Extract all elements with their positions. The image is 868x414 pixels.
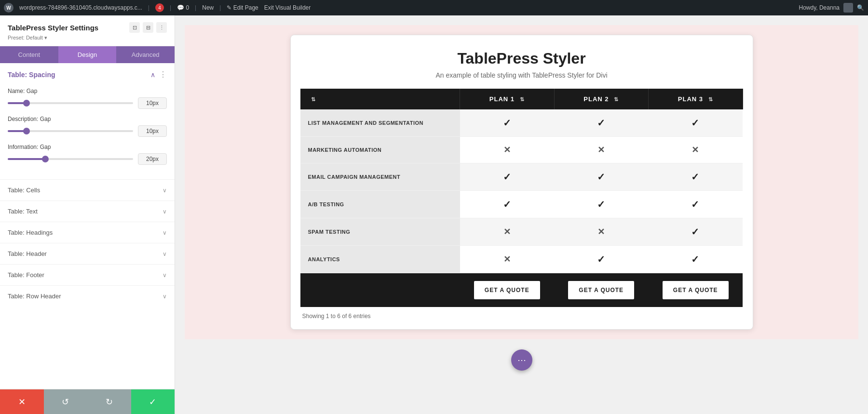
- information-gap-thumb[interactable]: [42, 156, 49, 162]
- name-gap-value[interactable]: [138, 97, 167, 109]
- header-col-feature[interactable]: ⇅: [300, 89, 460, 109]
- cells-chevron-icon: ∨: [163, 187, 167, 194]
- plan1-cell: ✓: [460, 163, 554, 191]
- headings-section-title: Table: Headings: [8, 229, 53, 236]
- quote-btn-plan1[interactable]: GET A QUOTE: [474, 281, 540, 299]
- right-wrapper: TablePress Styler An example of table st…: [175, 15, 868, 414]
- plan3-cell: ✓: [648, 191, 743, 218]
- fab-button[interactable]: ⋯: [511, 349, 532, 371]
- chevron-up-icon: ∧: [150, 71, 155, 79]
- feature-cell: ANALYTICS: [300, 246, 460, 273]
- headings-section-header[interactable]: Table: Headings ∨: [0, 222, 175, 243]
- save-button[interactable]: ✓: [131, 389, 175, 414]
- undo-button[interactable]: ↺: [44, 389, 88, 414]
- header-section-header[interactable]: Table: Header ∨: [0, 243, 175, 264]
- cross-icon: ✕: [597, 145, 605, 155]
- sort-icon-plan2: ⇅: [614, 96, 619, 103]
- feature-cell: EMAIL CAMPAIGN MANAGEMENT: [300, 163, 460, 191]
- spacing-section-header[interactable]: Table: Spacing ∧ ⋮: [0, 63, 175, 86]
- more-btn[interactable]: ⋮: [156, 22, 167, 33]
- cancel-button[interactable]: ✕: [0, 389, 44, 414]
- table-row: SPAM TESTING✕✕✓: [300, 218, 743, 246]
- exit-visual-builder-link[interactable]: Exit Visual Builder: [264, 4, 311, 11]
- panel-content: Table: Spacing ∧ ⋮ Name: Gap: [0, 63, 175, 389]
- redo-button[interactable]: ↻: [87, 389, 131, 414]
- table-row: EMAIL CAMPAIGN MANAGEMENT✓✓✓: [300, 163, 743, 191]
- name-gap-thumb[interactable]: [23, 100, 30, 107]
- tab-design[interactable]: Design: [58, 46, 117, 63]
- spacing-header-icons: ∧ ⋮: [150, 70, 167, 79]
- feature-cell: LIST MANAGEMENT AND SEGMENTATION: [300, 109, 460, 137]
- plan2-cell: ✕: [554, 218, 648, 246]
- description-gap-thumb[interactable]: [23, 128, 30, 134]
- site-url[interactable]: wordpress-784896-3610405.cloudwaysapps.c…: [19, 4, 142, 11]
- updates-count[interactable]: 4: [155, 3, 164, 12]
- plan1-cell: ✕: [460, 246, 554, 273]
- check-icon: ✓: [503, 118, 512, 128]
- section-more-icon[interactable]: ⋮: [159, 70, 167, 79]
- tab-advanced[interactable]: Advanced: [116, 46, 175, 63]
- footer-section-header[interactable]: Table: Footer ∨: [0, 265, 175, 285]
- plan2-cell: ✓: [554, 246, 648, 273]
- description-gap-control: [8, 125, 167, 137]
- quote-btn-plan2[interactable]: GET A QUOTE: [568, 281, 634, 299]
- panel-title: TablePress Styler Settings: [8, 24, 98, 32]
- description-gap-track: [8, 130, 133, 132]
- name-gap-label: Name: Gap: [8, 88, 167, 94]
- plan3-cell: ✓: [648, 163, 743, 191]
- header-col-plan3[interactable]: PLAN 3 ⇅: [648, 89, 743, 109]
- table-row: LIST MANAGEMENT AND SEGMENTATION✓✓✓: [300, 109, 743, 137]
- plan2-cell: ✓: [554, 191, 648, 218]
- tab-content[interactable]: Content: [0, 46, 58, 63]
- user-avatar[interactable]: [843, 3, 853, 13]
- plan3-cell: ✓: [648, 218, 743, 246]
- text-section-header[interactable]: Table: Text ∨: [0, 201, 175, 222]
- save-icon: ✓: [149, 397, 156, 407]
- cancel-icon: ✕: [18, 397, 26, 407]
- feature-cell: SPAM TESTING: [300, 218, 460, 246]
- plan1-cell: ✓: [460, 191, 554, 218]
- search-icon[interactable]: 🔍: [857, 4, 864, 11]
- page-title: TablePress Styler: [300, 50, 743, 67]
- headings-section: Table: Headings ∨: [0, 222, 175, 243]
- description-gap-label: Description: Gap: [8, 116, 167, 122]
- wp-logo[interactable]: W: [4, 3, 14, 13]
- admin-bar-right: Howdy, Deanna 🔍: [799, 3, 865, 13]
- spacing-section-content: Name: Gap Description: Gap: [0, 86, 175, 179]
- text-section: Table: Text ∨: [0, 200, 175, 222]
- check-icon: ✓: [503, 172, 512, 182]
- sep3: |: [195, 4, 196, 11]
- edit-page-link[interactable]: ✎ Edit Page: [227, 4, 258, 11]
- description-gap-value[interactable]: [138, 125, 167, 137]
- new-link[interactable]: New: [202, 4, 214, 11]
- panel-header: TablePress Styler Settings ⊡ ⊟ ⋮ Preset:…: [0, 15, 175, 46]
- spacing-section: Table: Spacing ∧ ⋮ Name: Gap: [0, 63, 175, 179]
- expand-btn[interactable]: ⊟: [143, 22, 153, 33]
- check-icon: ✓: [691, 172, 700, 182]
- header-section: Table: Header ∨: [0, 243, 175, 264]
- cells-section-header[interactable]: Table: Cells ∨: [0, 180, 175, 200]
- information-gap-value[interactable]: [138, 153, 167, 165]
- header-col-plan2[interactable]: PLAN 2 ⇅: [554, 89, 648, 109]
- footer-section-title: Table: Footer: [8, 271, 44, 279]
- table-header-row: ⇅ PLAN 1 ⇅ PLAN 2 ⇅ PLAN 3: [300, 89, 743, 109]
- row-header-section-header[interactable]: Table: Row Header ∨: [0, 286, 175, 307]
- header-col-plan1[interactable]: PLAN 1 ⇅: [460, 89, 554, 109]
- check-icon: ✓: [691, 227, 700, 237]
- name-gap-control: [8, 97, 167, 109]
- sort-icon-plan3: ⇅: [708, 96, 713, 103]
- quote-btn-plan3[interactable]: GET A QUOTE: [663, 281, 729, 299]
- undo-icon: ↺: [62, 397, 69, 407]
- cross-icon: ✕: [597, 227, 605, 237]
- panel-title-icons: ⊡ ⊟ ⋮: [129, 22, 167, 33]
- cross-icon: ✕: [503, 145, 511, 155]
- minimize-btn[interactable]: ⊡: [129, 22, 140, 33]
- feature-cell: A/B TESTING: [300, 191, 460, 218]
- information-gap-fill: [8, 158, 45, 160]
- bottom-toolbar: ✕ ↺ ↻ ✓: [0, 389, 175, 414]
- preset-label[interactable]: Preset: Default ▾: [8, 35, 167, 41]
- feature-cell: MARKETING AUTOMATION: [300, 137, 460, 163]
- cross-icon: ✕: [503, 227, 511, 237]
- plan1-cell: ✓: [460, 109, 554, 137]
- header-section-title: Table: Header: [8, 250, 47, 257]
